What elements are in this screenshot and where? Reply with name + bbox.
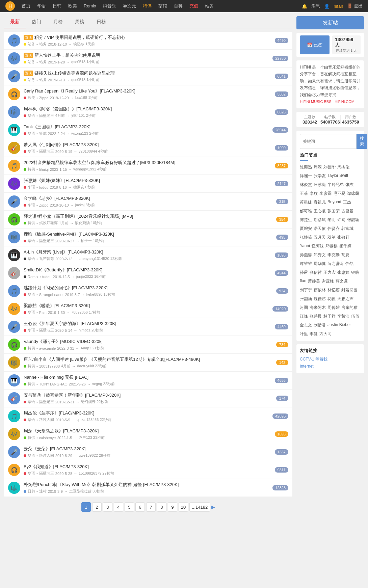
page-btn-...14182[interactable]: ...14182	[189, 502, 210, 512]
hot-tag[interactable]: Yanni	[300, 243, 310, 250]
post-title-link[interactable]: Vaundy《踊り子》[MUSIC VIDEO-320k]	[24, 339, 103, 345]
hot-tag[interactable]: Beyond	[327, 199, 341, 206]
friend-link[interactable]: Internet	[300, 364, 314, 369]
post-title-link[interactable]: 梁静茹《暖暖》[FLAC/MP3-320K]	[24, 303, 90, 309]
hot-tag[interactable]: 张学友	[314, 172, 326, 180]
post-title-link[interactable]: 鹿晗《敏感-Sensitive-PMI》[FLAC/MP3-320K]	[24, 231, 114, 237]
post-title-link[interactable]: 张惠妹《姐妹/妹妹》[FLAC/MP3-320K]	[24, 178, 100, 184]
hot-tag[interactable]: 刘惜君	[314, 322, 326, 329]
hot-tag[interactable]: 周传雄	[327, 304, 340, 311]
page-btn-3[interactable]: 3	[103, 502, 112, 512]
post-title-link[interactable]: 薛之谦/程小盒《霸王别姬》[2024音乐缘计划现场] [MP3]	[24, 213, 133, 219]
post-title-link[interactable]: 积分 / VIP 使用问题说明，砥砺前行，不忘初心	[34, 34, 125, 41]
hot-tag[interactable]: Taylor Swift	[327, 172, 348, 180]
post-title-link[interactable]: 萧人凤《仙剑问情》[FLAC/MP3-320K]	[24, 142, 99, 148]
page-btn-5[interactable]: 5	[125, 502, 134, 512]
hot-tag[interactable]: 王菲	[300, 190, 308, 197]
nav-item-纯音乐[interactable]: 纯音乐	[100, 0, 120, 12]
hot-tag[interactable]: 海来阿木	[310, 304, 326, 311]
nav-item-Remix[interactable]: Remix	[80, 0, 100, 12]
hot-tag[interactable]: 郑秀文	[314, 251, 326, 259]
tab-日榜[interactable]: 日榜	[90, 16, 112, 28]
hot-tag[interactable]: 张靓颖	[347, 216, 359, 223]
hot-tag[interactable]: 李玟	[310, 190, 318, 197]
nav-item-站务[interactable]: 站务	[202, 0, 217, 12]
hot-tag[interactable]: 谢霆锋	[322, 278, 334, 285]
hot-tag[interactable]: 胡夏	[341, 251, 349, 259]
hot-tag[interactable]: 张国荣	[327, 208, 340, 215]
post-title-link[interactable]: 王心凌《那年夏天宁静的海》[FLAC/MP3-320K]	[24, 321, 116, 327]
hot-tag[interactable]: 李克勤	[327, 251, 340, 259]
logo[interactable]: H	[5, 1, 15, 11]
post-title-link[interactable]: 安与骑兵《恭喜恭喜！新年到》[FLAC/MP3-320K]	[24, 392, 121, 398]
hot-tag[interactable]: 张惠妹	[337, 269, 349, 276]
pagination-next[interactable]: ▶	[211, 504, 215, 510]
hot-tag[interactable]: 花僮	[327, 295, 336, 302]
hot-tag[interactable]: 张杰	[345, 181, 353, 188]
hot-tag[interactable]: 半砖兄弟	[327, 181, 344, 188]
page-btn-7[interactable]: 7	[146, 502, 156, 512]
hot-tag[interactable]: 任贤齐	[327, 225, 340, 232]
hot-tag[interactable]: 杨千嬅	[339, 243, 351, 250]
tab-热门[interactable]: 热门	[26, 16, 47, 28]
hot-tag[interactable]: 谭维维	[300, 260, 312, 267]
post-title-link[interactable]: Tank《三国恋》[FLAC/MP3-320K]	[24, 124, 90, 130]
nav-item-华语[interactable]: 华语	[34, 0, 49, 12]
hot-tag[interactable]: 任然	[345, 260, 353, 267]
post-title-link[interactable]: By2《我知道》[FLAC/MP3-320K]	[24, 464, 89, 470]
nav-item-充值[interactable]: 充值	[186, 0, 202, 12]
post-title-link[interactable]: 逃跑计划《闪光的回忆》[FLAC/MP3-320K]	[24, 285, 108, 291]
hot-tag[interactable]: 陈奕迅	[300, 164, 312, 171]
hot-tag[interactable]: 李健	[310, 330, 318, 338]
hot-tag[interactable]: 刘宇宁	[300, 287, 312, 294]
nav-item-茶馆[interactable]: 茶馆	[155, 0, 170, 12]
hot-tag[interactable]: 浩天依	[314, 225, 326, 232]
page-btn-1[interactable]: 1	[81, 502, 91, 512]
hot-tag[interactable]: 古巨基	[341, 208, 353, 215]
post-title-link[interactable]: 金学峰《老乡》[FLAC/MP3-320K]	[24, 195, 90, 202]
post-title-link[interactable]: Nanne - Håll om mig 无损 [FLAC]	[24, 374, 88, 380]
hot-tag[interactable]: 天籁之声	[337, 295, 353, 302]
nav-item-首页[interactable]: 首页	[18, 0, 34, 12]
hot-tag[interactable]: 林俊杰	[300, 181, 312, 188]
hot-tag[interactable]: 王心凌	[314, 208, 326, 215]
message-link[interactable]: 消息	[311, 3, 320, 9]
hot-tag[interactable]: 张韶涵	[300, 295, 312, 302]
nav-item-欧美[interactable]: 欧美	[65, 0, 80, 12]
hot-tag[interactable]: 房东的猫	[341, 304, 358, 311]
post-title-link[interactable]: 周杰伦《兰亭序》[FLAC/MP3-320K]	[24, 410, 95, 416]
hot-tag[interactable]: 孙露	[300, 269, 308, 276]
hot-tag[interactable]: 萧静美	[308, 278, 320, 285]
nav-item-异次元[interactable]: 异次元	[120, 0, 139, 12]
hot-tag[interactable]: 封若回园	[341, 287, 358, 294]
hot-tag[interactable]: 银临	[351, 269, 359, 276]
hot-tag[interactable]: 李彦霖	[319, 190, 332, 197]
hot-tag[interactable]: 毛不易	[333, 190, 345, 197]
hot-tag[interactable]: 陈楚生	[300, 216, 312, 223]
post-title-link[interactable]: 周林枫《阿婆（爱国版）》[FLAC/MP3-320K]	[24, 106, 112, 112]
hot-tag[interactable]: 周杰伦	[337, 164, 349, 171]
hot-tag[interactable]: 洋澜一	[300, 172, 312, 180]
post-title-link[interactable]: 朴炯烈/Punch[韩]《Stay With Me》韩剧孤单又灿烂的神-鬼怪 […	[24, 482, 179, 488]
hot-tag[interactable]: 邓紫棋	[325, 243, 338, 250]
hot-tag[interactable]: 郭富城	[341, 225, 353, 232]
post-title-link[interactable]: Carly Rae Jepsen《I Really Like You》[FLAC…	[24, 88, 135, 94]
hot-tag[interactable]: 张敬轩	[337, 234, 349, 241]
post-title-link[interactable]: 周深《天堂岛之歌》[FLAC/MP3-320K]	[24, 428, 99, 434]
hot-tag[interactable]: 五月天	[314, 234, 326, 241]
tab-月榜[interactable]: 月榜	[47, 16, 69, 28]
post-title-link[interactable]: 2023抖音热播精品旋律车载太空节奏,家车必备好听又超过了[MP3-320K/1…	[24, 160, 175, 166]
search-button[interactable]: 搜索	[357, 134, 367, 149]
post-title-link[interactable]: 链接失效/上传错误等资源问题在这里处理	[34, 70, 115, 76]
page-btn-4[interactable]: 4	[114, 502, 123, 512]
hot-tag[interactable]: 王杰	[343, 199, 351, 206]
hot-tag[interactable]: Justin Bieber	[327, 322, 351, 329]
nav-item-特供[interactable]: 特供	[139, 0, 155, 12]
hot-tag[interactable]: 孙燕姿	[300, 251, 312, 259]
hot-tag[interactable]: flac	[300, 278, 306, 285]
hot-tag[interactable]: 王力宏	[323, 269, 336, 276]
hot-tag[interactable]: 汪苏泷	[314, 181, 326, 188]
hot-tag[interactable]: 林子祥	[323, 313, 336, 320]
nav-item-百科[interactable]: 百科	[170, 0, 186, 12]
hot-tag[interactable]: 汪峰	[300, 313, 308, 320]
